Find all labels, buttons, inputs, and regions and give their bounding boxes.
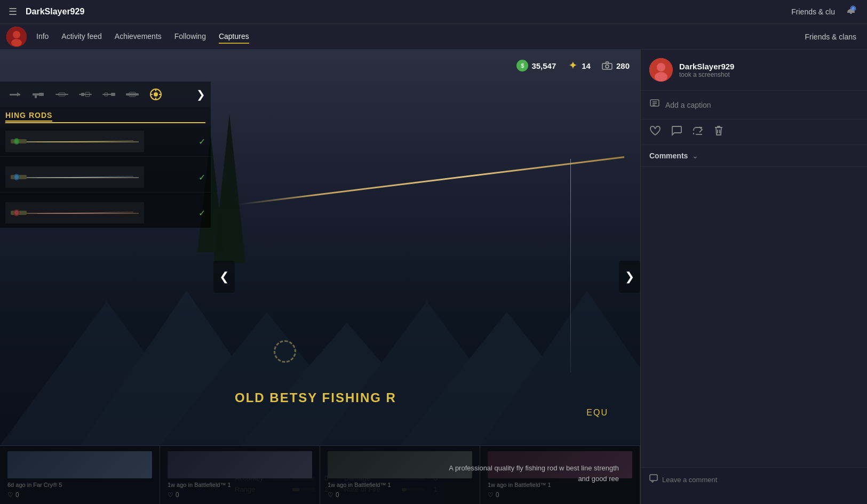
svg-point-2 xyxy=(852,7,855,10)
game-hud: $ 35,547 ✦ 14 280 xyxy=(0,50,640,82)
delete-button[interactable] xyxy=(713,125,724,139)
friends-clans-link[interactable]: Friends & clans xyxy=(805,33,856,41)
weapon-tab-5[interactable] xyxy=(123,85,142,104)
category-header: HING RODS xyxy=(0,107,211,126)
weapon-tab-0[interactable] xyxy=(5,85,25,104)
weapon-item-1[interactable]: ✓ xyxy=(0,126,211,157)
check-icon-1: ✓ xyxy=(198,137,205,147)
add-caption-area[interactable]: Add a caption xyxy=(641,91,867,119)
weapon-list: ✓ ✓ xyxy=(0,126,211,228)
weapon-tab-1[interactable] xyxy=(29,85,48,104)
svg-rect-19 xyxy=(55,94,68,95)
currency-icon: $ xyxy=(516,60,528,71)
item-description: A professional quality fly fishing rod w… xyxy=(449,464,619,483)
svg-rect-44 xyxy=(650,475,657,481)
weapon-tab-2[interactable] xyxy=(52,85,71,104)
post-likes-4: ♡ 0 xyxy=(488,491,632,499)
comment-input[interactable] xyxy=(662,476,867,484)
heart-icon-2: ♡ xyxy=(168,491,173,499)
weapon-arrow[interactable]: ❯ xyxy=(196,88,205,101)
category-title: HING RODS xyxy=(5,111,52,122)
nav-info[interactable]: Info xyxy=(36,30,49,44)
weapon-item-3[interactable]: ✓ xyxy=(0,198,211,228)
comment-input-icon xyxy=(649,474,658,485)
weapon-tab-special[interactable] xyxy=(146,85,165,104)
svg-point-36 xyxy=(657,63,665,71)
left-panel: $ 35,547 ✦ 14 280 xyxy=(0,50,640,504)
weapon-tab-4[interactable] xyxy=(99,85,118,104)
screenshot-stat: 280 xyxy=(601,60,630,71)
svg-rect-18 xyxy=(35,95,37,98)
svg-rect-25 xyxy=(111,93,115,96)
author-action: took a screenshot xyxy=(679,71,734,78)
topbar: ☰ DarkSlayer929 Friends & clu xyxy=(0,0,867,24)
post-item-2: 1w ago in Battlefield™ 1 ♡ 0 xyxy=(160,446,320,504)
add-caption-label: Add a caption xyxy=(665,101,711,109)
heart-icon-4: ♡ xyxy=(488,491,494,499)
comment-actions: Post ✕ Cancel xyxy=(649,489,867,498)
camera-icon xyxy=(601,60,613,71)
post-likes-3: ♡ 0 xyxy=(328,491,472,499)
currency-value: 35,547 xyxy=(531,61,556,70)
svg-point-30 xyxy=(154,92,158,97)
nav-next-button[interactable]: ❯ xyxy=(619,261,640,293)
currency-stat: $ 35,547 xyxy=(516,60,556,71)
comments-header[interactable]: Comments ⌄ xyxy=(641,145,867,167)
caption-icon xyxy=(649,98,660,111)
weapon-img-1 xyxy=(5,131,144,152)
post-likes-1: ♡ 0 xyxy=(7,491,152,499)
svg-point-4 xyxy=(13,31,20,38)
page-title: DarkSlayer929 xyxy=(26,7,84,17)
friends-clans-button[interactable]: Friends & clu xyxy=(791,7,835,16)
comment-row xyxy=(649,474,867,485)
likes-count-1: 0 xyxy=(15,491,19,499)
post-meta-2: 1w ago in Battlefield™ 1 xyxy=(168,482,312,488)
svg-rect-13 xyxy=(602,63,612,69)
weapon-img-3 xyxy=(5,202,144,223)
likes-count-4: 0 xyxy=(496,491,499,499)
svg-rect-1 xyxy=(850,13,852,14)
nav-achievements[interactable]: Achievements xyxy=(115,30,162,44)
hamburger-icon[interactable]: ☰ xyxy=(9,6,17,18)
weapon-item-2[interactable]: ✓ xyxy=(0,162,211,193)
svg-point-37 xyxy=(655,72,667,82)
nav-links: Info Activity feed Achievements Followin… xyxy=(36,30,249,44)
weapon-img-2 xyxy=(5,166,144,188)
nav-following[interactable]: Following xyxy=(174,30,206,44)
comments-chevron-icon: ⌄ xyxy=(692,151,698,160)
svg-rect-17 xyxy=(39,93,44,96)
author-avatar xyxy=(649,58,673,82)
svg-rect-27 xyxy=(126,93,139,95)
right-panel: DarkSlayer929 took a screenshot Add a ca… xyxy=(640,50,867,504)
post-thumb-2 xyxy=(168,451,312,478)
star-stat: ✦ 14 xyxy=(567,60,591,71)
nav-prev-button[interactable]: ❮ xyxy=(213,261,235,293)
heart-icon-3: ♡ xyxy=(328,491,333,499)
heart-button[interactable] xyxy=(649,125,661,139)
item-name: OLD BETSY FISHING R xyxy=(235,390,396,405)
svg-point-5 xyxy=(11,39,22,46)
weapon-tabs: ❯ xyxy=(0,82,211,107)
weapon-tab-3[interactable] xyxy=(76,85,95,104)
share-button[interactable] xyxy=(692,125,704,139)
post-thumb-1 xyxy=(7,451,152,478)
nav-activity-feed[interactable]: Activity feed xyxy=(61,30,101,44)
svg-point-14 xyxy=(606,65,609,68)
subnav: Info Activity feed Achievements Followin… xyxy=(0,24,867,50)
weapon-ui: ❯ HING RODS ✓ xyxy=(0,82,211,228)
comment-button[interactable] xyxy=(671,125,682,139)
star-icon: ✦ xyxy=(567,60,578,71)
author-info: DarkSlayer929 took a screenshot xyxy=(679,62,734,78)
post-likes-2: ♡ 0 xyxy=(168,491,312,499)
action-icons-row xyxy=(641,119,867,145)
heart-icon-1: ♡ xyxy=(7,491,13,499)
main-content: $ 35,547 ✦ 14 280 xyxy=(0,50,867,504)
likes-count-2: 0 xyxy=(176,491,179,499)
user-avatar xyxy=(6,27,27,47)
check-icon-3: ✓ xyxy=(198,208,205,218)
screenshot-value: 280 xyxy=(616,61,630,70)
svg-rect-16 xyxy=(33,93,40,95)
nav-captures[interactable]: Captures xyxy=(219,30,249,44)
item-action: EQU xyxy=(586,408,608,418)
notification-icon[interactable] xyxy=(846,5,856,18)
